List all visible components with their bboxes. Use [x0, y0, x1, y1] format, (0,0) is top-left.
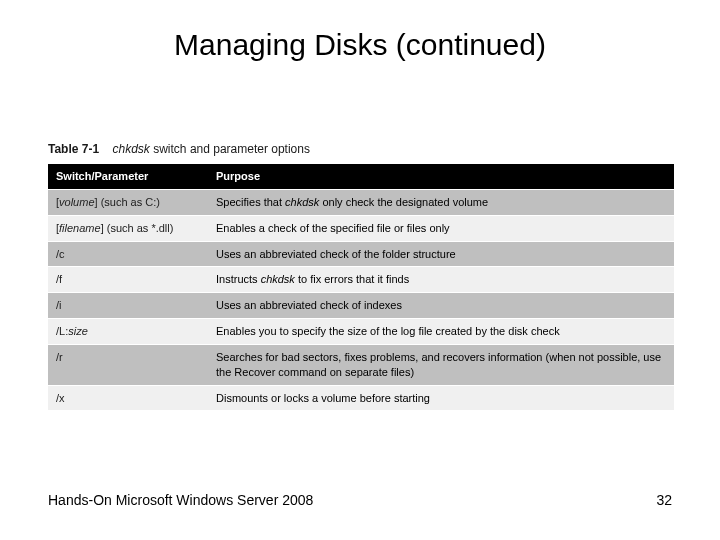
cell-purpose: Instructs chkdsk to fix errors that it f… — [208, 267, 674, 293]
cell-switch: /r — [48, 344, 208, 385]
cell-purpose: Dismounts or locks a volume before start… — [208, 385, 674, 410]
table-header-row: Switch/Parameter Purpose — [48, 164, 674, 189]
table-container: Table 7-1 chkdsk switch and parameter op… — [48, 142, 674, 410]
table-row: [volume] (such as C:) Specifies that chk… — [48, 189, 674, 215]
cell-purpose: Enables a check of the specified file or… — [208, 215, 674, 241]
table-row: [filename] (such as *.dll) Enables a che… — [48, 215, 674, 241]
options-table: Switch/Parameter Purpose [volume] (such … — [48, 164, 674, 410]
header-purpose: Purpose — [208, 164, 674, 189]
table-row: /L:size Enables you to specify the size … — [48, 319, 674, 345]
slide-title: Managing Disks (continued) — [0, 28, 720, 62]
cell-purpose: Enables you to specify the size of the l… — [208, 319, 674, 345]
cell-switch: [volume] (such as C:) — [48, 189, 208, 215]
table-row: /c Uses an abbreviated check of the fold… — [48, 241, 674, 267]
table-caption-rest: switch and parameter options — [153, 142, 310, 156]
footer-source: Hands-On Microsoft Windows Server 2008 — [48, 492, 313, 508]
header-switch: Switch/Parameter — [48, 164, 208, 189]
cell-purpose: Specifies that chkdsk only check the des… — [208, 189, 674, 215]
page-number: 32 — [656, 492, 672, 508]
table-row: /i Uses an abbreviated check of indexes — [48, 293, 674, 319]
cell-purpose: Uses an abbreviated check of the folder … — [208, 241, 674, 267]
table-caption-command: chkdsk — [113, 142, 150, 156]
table-row: /r Searches for bad sectors, fixes probl… — [48, 344, 674, 385]
table-caption-number: Table 7-1 — [48, 142, 99, 156]
table-caption: Table 7-1 chkdsk switch and parameter op… — [48, 142, 674, 156]
cell-switch: /f — [48, 267, 208, 293]
cell-switch: /c — [48, 241, 208, 267]
cell-switch: [filename] (such as *.dll) — [48, 215, 208, 241]
table-row: /x Dismounts or locks a volume before st… — [48, 385, 674, 410]
cell-purpose: Searches for bad sectors, fixes problems… — [208, 344, 674, 385]
cell-switch: /L:size — [48, 319, 208, 345]
table-row: /f Instructs chkdsk to fix errors that i… — [48, 267, 674, 293]
slide: Managing Disks (continued) Table 7-1 chk… — [0, 0, 720, 540]
cell-switch: /x — [48, 385, 208, 410]
cell-purpose: Uses an abbreviated check of indexes — [208, 293, 674, 319]
cell-switch: /i — [48, 293, 208, 319]
